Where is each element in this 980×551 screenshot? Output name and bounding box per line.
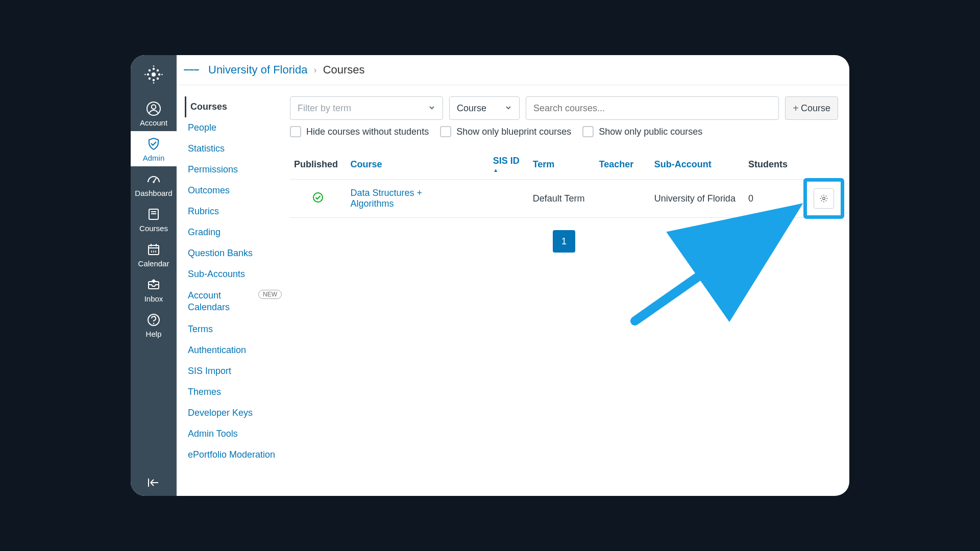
nav-item-help[interactable]: Help [131,307,177,342]
hamburger-menu-button[interactable] [184,62,199,78]
subnav-item-admin-tools[interactable]: Admin Tools [185,423,284,444]
published-icon [312,191,324,204]
svg-point-2 [158,73,160,76]
subnav-item-rubrics[interactable]: Rubrics [185,201,284,222]
subnav-item-authentication[interactable]: Authentication [185,340,284,361]
select-value: Course [457,103,486,114]
breadcrumb-current: Courses [323,63,365,76]
col-term[interactable]: Term [529,149,595,180]
courses-pane: Filter by term Course + Cou [290,85,849,496]
checkbox-icon [582,126,594,137]
subnav-item-eportfolio[interactable]: ePortfolio Moderation [185,444,284,465]
term-cell: Default Term [529,180,595,218]
app-logo[interactable] [143,64,164,87]
content-area: Courses People Statistics Permissions Ou… [177,85,849,496]
subnav-item-label: Account Calendars [188,290,249,314]
page-button-current[interactable]: 1 [553,230,575,253]
subnav-item-permissions[interactable]: Permissions [185,159,284,180]
nav-label: Courses [139,224,168,233]
annotation-arrow-icon [625,198,808,331]
nav-item-courses[interactable]: Courses [131,202,177,237]
svg-point-28 [153,323,154,324]
subnav-item-question-banks[interactable]: Question Banks [185,243,284,264]
nav-label: Calendar [138,259,169,268]
nav-label: Account [140,118,167,127]
subnav-item-courses[interactable]: Courses [185,96,284,117]
subnav-item-themes[interactable]: Themes [185,382,284,403]
gear-icon [819,194,828,203]
nav-item-calendar[interactable]: Calendar [131,237,177,272]
col-course[interactable]: Course [346,149,468,180]
subnav-item-developer-keys[interactable]: Developer Keys [185,403,284,423]
subnav-item-outcomes[interactable]: Outcomes [185,180,284,201]
breadcrumb: University of Florida › Courses [208,63,365,77]
svg-point-1 [147,73,149,76]
checkbox-icon [440,126,451,137]
svg-point-14 [152,105,156,109]
nav-item-admin[interactable]: Admin [131,131,177,166]
search-input[interactable] [526,96,779,120]
pagination: 1 [290,230,838,253]
subnav-item-sub-accounts[interactable]: Sub-Accounts [185,264,284,285]
blueprint-only-checkbox[interactable]: Show only blueprint courses [440,126,571,137]
global-nav: Account Admin Dashboard Courses Calendar [131,55,177,496]
subnav-item-terms[interactable]: Terms [185,319,284,340]
nav-item-dashboard[interactable]: Dashboard [131,166,177,202]
nav-label: Inbox [144,294,163,303]
subnav-item-grading[interactable]: Grading [185,222,284,243]
filter-checks-row: Hide courses without students Show only … [290,126,838,137]
public-only-checkbox[interactable]: Show only public courses [582,126,702,137]
svg-point-15 [153,181,155,183]
col-actions [799,149,838,180]
filters-row: Filter by term Course + Cou [290,96,838,120]
chevron-down-icon [428,103,435,114]
course-settings-button[interactable] [814,188,834,209]
breadcrumb-separator: › [314,65,317,75]
svg-point-11 [153,65,155,67]
course-name-link[interactable]: Data Structures + Algorithms [346,180,468,218]
type-filter-select[interactable]: Course [449,96,520,120]
students-cell: 0 [744,180,799,218]
nav-label: Help [146,330,162,338]
app-window: Account Admin Dashboard Courses Calendar [131,55,849,496]
add-course-button[interactable]: + Course [785,96,838,120]
subnav-item-sis-import[interactable]: SIS Import [185,361,284,382]
teacher-cell [595,180,650,218]
sis-id-cell [468,180,529,218]
calendar-icon [146,241,161,258]
inbox-icon [146,276,161,293]
col-students: Students [744,149,799,180]
nav-label: Dashboard [135,189,172,197]
header: University of Florida › Courses [177,55,849,85]
col-published: Published [290,149,346,180]
subnav-item-account-calendars[interactable]: Account Calendars NEW [185,285,284,319]
new-badge: NEW [258,290,282,299]
subnav-item-statistics[interactable]: Statistics [185,138,284,159]
collapse-nav-button[interactable] [131,478,177,488]
breadcrumb-root-link[interactable]: University of Florida [208,63,307,76]
canvas-logo-icon [143,64,164,85]
col-teacher[interactable]: Teacher [595,149,650,180]
hide-no-students-checkbox[interactable]: Hide courses without students [290,126,429,137]
select-placeholder: Filter by term [298,103,351,114]
collapse-icon [147,478,160,488]
col-sis-id[interactable]: SIS ID [468,149,529,180]
subnav-item-people[interactable]: People [185,117,284,138]
speedometer-icon [146,170,161,188]
courses-table: Published Course SIS ID Term Teacher Sub… [290,149,838,218]
col-sub-account[interactable]: Sub-Account [650,149,744,180]
nav-item-account[interactable]: Account [131,96,177,131]
book-icon [146,206,161,223]
chevron-down-icon [505,103,512,114]
nav-label: Admin [143,154,165,162]
main-area: University of Florida › Courses Courses … [177,55,849,496]
svg-point-10 [161,74,163,76]
svg-point-9 [144,74,146,76]
term-filter-select[interactable]: Filter by term [290,96,443,120]
svg-point-12 [153,82,155,84]
plus-icon: + [793,103,799,114]
table-row: Data Structures + Algorithms Default Ter… [290,180,838,218]
sub-account-cell: University of Florida [650,180,744,218]
help-icon [146,311,161,329]
nav-item-inbox[interactable]: Inbox [131,272,177,307]
